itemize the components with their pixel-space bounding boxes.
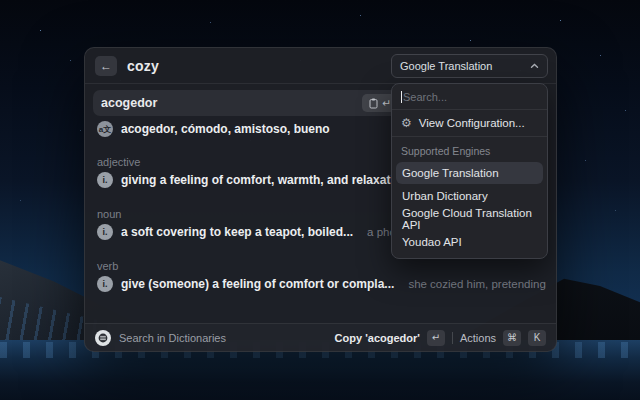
engine-item-urban-dictionary[interactable]: Urban Dictionary: [396, 185, 543, 207]
action-bar: Search in Dictionaries Copy 'acogedor' ↵…: [85, 323, 556, 351]
window-header: ← cozy Google Translation: [85, 48, 556, 84]
info-icon: i.: [97, 172, 113, 188]
definition-text: give (someone) a feeling of comfort or c…: [121, 277, 394, 291]
engine-item-youdao-api[interactable]: Youdao API: [396, 231, 543, 253]
clipboard-icon: [369, 98, 378, 109]
view-configuration-label: View Configuration...: [419, 117, 525, 129]
word-translation-icon: a文: [97, 121, 113, 137]
actions-menu-label[interactable]: Actions: [460, 332, 496, 344]
gear-icon: ⚙: [401, 117, 412, 129]
enter-key-badge: ↵: [427, 330, 445, 346]
supported-engines-header: Supported Engines: [392, 137, 547, 161]
k-key-badge: K: [528, 330, 546, 346]
starfield: [0, 0, 1, 1]
definition-text: a soft covering to keep a teapot, boiled…: [121, 225, 353, 239]
footer-actions: Copy 'acogedor' ↵ Actions ⌘ K: [335, 330, 546, 346]
info-icon: i.: [97, 224, 113, 240]
dropdown-search-input[interactable]: Search...: [392, 84, 547, 110]
info-icon: i.: [97, 276, 113, 292]
text-caret: [401, 91, 402, 103]
chevron-up-icon: [530, 63, 539, 69]
back-button[interactable]: ←: [95, 56, 117, 76]
engine-item-google-translation[interactable]: Google Translation: [396, 162, 543, 184]
translation-text: acogedor, cómodo, amistoso, bueno: [121, 122, 330, 136]
footer-divider: [452, 332, 453, 344]
engine-selector-button[interactable]: Google Translation: [391, 54, 548, 78]
primary-action-label[interactable]: Copy 'acogedor': [335, 332, 420, 344]
search-query[interactable]: cozy: [127, 58, 159, 74]
view-configuration-item[interactable]: ⚙ View Configuration...: [392, 110, 547, 137]
search-in-dictionaries-label[interactable]: Search in Dictionaries: [119, 332, 226, 344]
engine-dropdown-panel: Search... ⚙ View Configuration... Suppor…: [391, 83, 548, 259]
engine-item-google-cloud-translation-api[interactable]: Google Cloud Translation API: [396, 208, 543, 230]
definition-row-verb[interactable]: i. give (someone) a feeling of comfort o…: [93, 272, 548, 296]
example-text: she cozied him, pretending to find him i…: [408, 278, 548, 290]
launcher-window: ← cozy Google Translation acogedor ↵ : C…: [84, 47, 557, 352]
cmd-key-badge: ⌘: [503, 330, 521, 346]
engine-selector-label: Google Translation: [400, 60, 492, 72]
selected-result-title: acogedor: [101, 96, 157, 110]
dropdown-search-placeholder: Search...: [403, 91, 447, 103]
definition-text: giving a feeling of comfort, warmth, and…: [121, 173, 412, 187]
dictionary-app-icon: [95, 330, 111, 346]
